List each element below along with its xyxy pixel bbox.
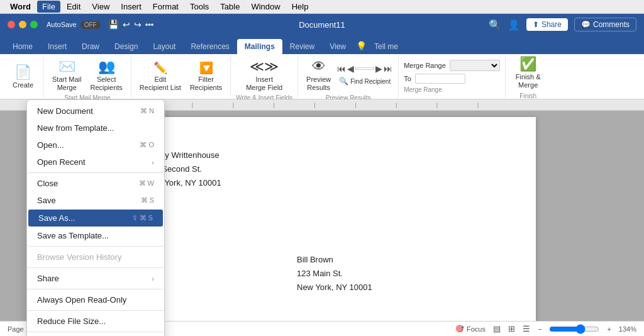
create-button[interactable]: 📄 Create [8, 62, 38, 91]
select-recipients-button[interactable]: 👥 SelectRecipients [87, 57, 126, 94]
mac-menu-bar: Word File Edit View Insert Format Tools … [0, 0, 644, 14]
document-title: Document11 [217, 20, 426, 30]
menu-save[interactable]: Save ⌘ S [27, 192, 164, 209]
account-icon[interactable]: 👤 [508, 19, 520, 31]
menu-insert[interactable]: Insert [116, 1, 147, 13]
merge-range-to-label: To [404, 75, 411, 82]
tab-references[interactable]: References [183, 39, 236, 54]
save-icon[interactable]: 💾 [108, 20, 119, 30]
menu-file[interactable]: File [37, 1, 60, 13]
edit-recipient-list-button[interactable]: ✏️ EditRecipient List [136, 59, 184, 94]
nav-last-icon[interactable]: ⏭ [384, 64, 392, 74]
record-num[interactable] [355, 67, 374, 70]
traffic-yellow[interactable] [19, 21, 26, 28]
tab-tell-me[interactable]: Tell me [369, 39, 403, 54]
menu-always-open-read-only[interactable]: Always Open Read-Only [27, 291, 164, 308]
menu-close[interactable]: Close ⌘ W [27, 175, 164, 192]
menu-save-as-template[interactable]: Save as Template... [27, 227, 164, 244]
ribbon-group-edit-filter: ✏️ EditRecipient List 🔽 FilterRecipients [131, 55, 231, 98]
ribbon-tabs: Home Insert Draw Design Layout Reference… [0, 35, 644, 54]
tab-review[interactable]: Review [282, 39, 322, 54]
preview-results-button[interactable]: 👁 PreviewResults [303, 57, 334, 94]
find-recipient-button[interactable]: 🔍 Find Recipient [336, 76, 393, 87]
menu-window[interactable]: Window [246, 1, 285, 13]
share-button[interactable]: ⬆ Share [526, 18, 568, 31]
menu-separator-6 [27, 332, 164, 332]
redo-icon[interactable]: ↪ [134, 20, 142, 30]
tab-insert[interactable]: Insert [40, 39, 74, 54]
nav-first-icon[interactable]: ⏮ [337, 64, 346, 74]
menu-separator-5 [27, 310, 164, 311]
tab-layout[interactable]: Layout [145, 39, 183, 54]
finish-merge-button[interactable]: ✅ Finish &Merge [511, 53, 546, 92]
nav-next-icon[interactable]: ▶ [375, 64, 382, 74]
menu-browse-version-history[interactable]: Browse Version History [27, 249, 164, 266]
ribbon-toolbar: 📄 Create ✉️ Start MailMerge 👥 SelectReci… [0, 54, 644, 99]
tab-view[interactable]: View [322, 39, 353, 54]
ribbon-group-create: 📄 Create [3, 55, 44, 98]
menu-word[interactable]: Word [5, 1, 36, 13]
menu-tools[interactable]: Tools [185, 1, 214, 13]
tab-light-bulb[interactable]: 💡 [353, 38, 369, 54]
menu-format[interactable]: Format [148, 1, 184, 13]
nav-prev-icon[interactable]: ◀ [347, 64, 354, 74]
autosave-toggle[interactable]: OFF [80, 21, 101, 29]
filter-recipients-button[interactable]: 🔽 FilterRecipients [187, 59, 225, 94]
ribbon-group-label-merge-range: Merge Range [404, 86, 442, 93]
insert-merge-field-button[interactable]: ≪≫ InsertMerge Field [243, 57, 286, 94]
ribbon-group-start-mail-merge: ✉️ Start MailMerge 👥 SelectRecipients St… [44, 55, 131, 98]
merge-range-to-input[interactable] [415, 74, 465, 84]
search-icon[interactable]: 🔍 [489, 19, 501, 31]
title-bar: AutoSave OFF 💾 ↩ ↪ ••• Document11 🔍 👤 ⬆ … [0, 14, 644, 35]
menu-new-document[interactable]: New Document ⌘ N [27, 103, 164, 120]
menu-save-as[interactable]: Save As... ⇧ ⌘ S [28, 210, 163, 227]
traffic-red[interactable] [8, 21, 15, 28]
ribbon-group-merge-range: Merge Range To Merge Range [399, 55, 506, 98]
tab-home[interactable]: Home [5, 39, 40, 54]
menu-table[interactable]: Table [215, 1, 245, 13]
undo-icon[interactable]: ↩ [123, 20, 130, 30]
ribbon-group-finish: ✅ Finish &Merge Finish [506, 55, 551, 98]
menu-open-recent[interactable]: Open Recent › [27, 154, 164, 171]
tab-draw[interactable]: Draw [74, 39, 107, 54]
menu-separator-1 [27, 172, 164, 173]
tab-mailings[interactable]: Mailings [237, 39, 282, 54]
merge-range-title: Merge Range [404, 62, 446, 69]
ribbon-group-label-finish: Finish [519, 92, 536, 99]
menu-help[interactable]: Help [287, 1, 314, 13]
ribbon-group-insert-fields: ≪≫ InsertMerge Field Write & Insert Fiel… [231, 55, 298, 98]
file-dropdown-menu: New Document ⌘ N New from Template... Op… [26, 99, 165, 336]
more-icon[interactable]: ••• [145, 20, 154, 30]
autosave-label: AutoSave [47, 21, 77, 28]
menu-share[interactable]: Share › [27, 270, 164, 287]
menu-open[interactable]: Open... ⌘ O [27, 137, 164, 154]
menu-separator-3 [27, 267, 164, 268]
merge-range-select[interactable] [450, 60, 500, 71]
comments-button[interactable]: 💬 Comments [574, 18, 636, 31]
menu-edit[interactable]: Edit [62, 1, 86, 13]
start-mail-merge-button[interactable]: ✉️ Start MailMerge [49, 57, 84, 94]
traffic-green[interactable] [30, 21, 38, 28]
file-menu-overlay: New Document ⌘ N New from Template... Op… [0, 99, 644, 336]
ribbon-group-preview: 👁 PreviewResults ⏮ ◀ ▶ ⏭ 🔍 Find Recipien… [298, 55, 399, 98]
menu-new-from-template[interactable]: New from Template... [27, 120, 164, 137]
menu-separator-2 [27, 246, 164, 247]
tab-design[interactable]: Design [107, 39, 145, 54]
menu-reduce-file-size[interactable]: Reduce File Size... [27, 313, 164, 330]
menu-separator-4 [27, 289, 164, 289]
menu-view[interactable]: View [87, 1, 114, 13]
